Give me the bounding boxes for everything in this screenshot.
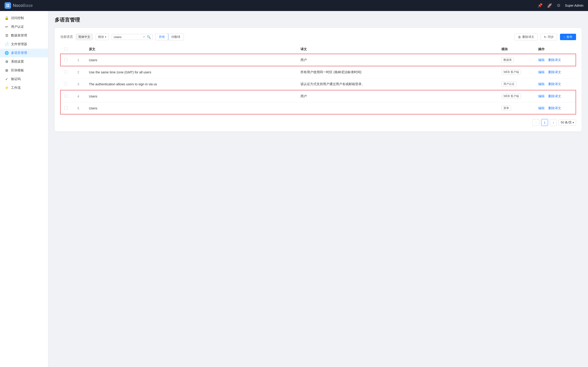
file-icon: 📄 xyxy=(5,42,9,46)
row-translation-cell: 所有用户使用同一时区 (格林尼治标准时间) xyxy=(297,66,498,78)
pin-icon[interactable]: 📌 xyxy=(537,3,543,8)
lock-icon: 🔒 xyxy=(5,16,9,20)
delete-link[interactable]: 删除译文 xyxy=(548,94,561,98)
sidebar-item-label: 多语言管理 xyxy=(11,51,27,55)
filter-buttons: 所有 待翻译 xyxy=(156,33,184,40)
main-content: 多语言管理 当前语言 简体中文 模块 ▾ ✕ 🔍 所有 待翻译 xyxy=(48,11,588,367)
edit-link[interactable]: 编辑 xyxy=(538,106,545,110)
check-icon: ✓ xyxy=(5,77,9,81)
row-original-cell: Users xyxy=(85,54,297,66)
logo: NocoBase xyxy=(5,2,33,9)
grid-icon: ⊞ xyxy=(5,68,9,73)
user-display[interactable]: Super Admin xyxy=(565,4,583,7)
col-num-header xyxy=(71,45,85,54)
rocket-icon[interactable]: 🚀 xyxy=(547,3,552,8)
page-size-label: 50 条/页 xyxy=(561,120,572,125)
module-select[interactable]: 模块 ▾ xyxy=(95,34,109,40)
col-checkbox xyxy=(61,45,71,54)
sidebar-item-workflow[interactable]: ⚡ 工作流 xyxy=(0,83,48,92)
row-action-cell: 编辑 删除译文 xyxy=(535,66,576,78)
settings-icon[interactable]: ⚙ xyxy=(557,3,561,8)
sidebar-item-block-templates[interactable]: ⊞ 区块模板 xyxy=(0,66,48,75)
filter-pending-button[interactable]: 待翻译 xyxy=(168,34,183,40)
search-box: ✕ 🔍 xyxy=(112,34,153,40)
upload-icon: ↑ xyxy=(564,35,565,39)
row-action-cell: 编辑 删除译文 xyxy=(535,102,576,115)
table-row: 1 Users 用户 数据表 编辑 删除译文 xyxy=(61,54,576,66)
layout: 🔒 访问控制 ↩ 用户认证 ☰ 数据表管理 📄 文件管理器 🌐 多语言管理 ⚙ … xyxy=(0,11,588,367)
row-num-cell: 4 xyxy=(71,90,85,102)
edit-link[interactable]: 编辑 xyxy=(538,70,545,74)
sidebar-item-system-settings[interactable]: ⚙ 系统设置 xyxy=(0,57,48,66)
current-page-button[interactable]: 1 xyxy=(541,119,548,126)
sidebar-item-user-auth[interactable]: ↩ 用户认证 xyxy=(0,23,48,31)
prev-page-button[interactable]: ‹ xyxy=(532,119,539,126)
sync-button[interactable]: ↻ 同步 xyxy=(540,33,557,40)
row-module-cell: 数据表 xyxy=(498,54,535,66)
row-num-cell: 3 xyxy=(71,78,85,90)
sidebar-item-locale[interactable]: 🌐 多语言管理 xyxy=(0,49,48,57)
row-action-cell: 编辑 删除译文 xyxy=(535,78,576,90)
row-checkbox[interactable] xyxy=(64,58,68,61)
row-action-cell: 编辑 删除译文 xyxy=(535,90,576,102)
delete-translation-button[interactable]: 🗑 删除译文 xyxy=(515,33,538,40)
delete-link[interactable]: 删除译文 xyxy=(548,70,561,74)
edit-link[interactable]: 编辑 xyxy=(538,58,545,62)
chevron-down-icon: ▾ xyxy=(105,35,106,39)
row-checkbox-cell xyxy=(61,90,71,102)
next-page-button[interactable]: › xyxy=(550,119,557,126)
filter-all-button[interactable]: 所有 xyxy=(156,33,168,40)
row-num-cell: 1 xyxy=(71,54,85,66)
sidebar-item-data-table[interactable]: ☰ 数据表管理 xyxy=(0,31,48,40)
delete-link[interactable]: 删除译文 xyxy=(548,82,561,86)
translations-table: 原文 译文 模块 操作 1 Users xyxy=(60,45,576,115)
sidebar-item-file-manager[interactable]: 📄 文件管理器 xyxy=(0,40,48,49)
row-module-cell: 菜单 xyxy=(498,102,535,115)
table-wrapper: 原文 译文 模块 操作 1 Users xyxy=(60,45,576,115)
delete-link[interactable]: 删除译文 xyxy=(548,106,561,110)
gear-icon: ⚙ xyxy=(5,60,9,64)
select-all-checkbox[interactable] xyxy=(64,48,67,51)
logo-icon xyxy=(5,2,11,9)
row-translation-cell xyxy=(297,102,498,115)
sidebar-item-label: 访问控制 xyxy=(11,16,24,20)
edit-link[interactable]: 编辑 xyxy=(538,82,545,86)
sync-icon: ↻ xyxy=(544,35,546,39)
lang-value: 简体中文 xyxy=(76,34,93,40)
page-title: 多语言管理 xyxy=(55,17,582,23)
module-badge: WEB 客户端 xyxy=(502,94,521,99)
main-card: 当前语言 简体中文 模块 ▾ ✕ 🔍 所有 待翻译 🗑 xyxy=(55,28,582,131)
globe-icon: 🌐 xyxy=(5,51,9,55)
row-checkbox[interactable] xyxy=(64,82,67,85)
row-action-cell: 编辑 删除译文 xyxy=(535,54,576,66)
header-row: 原文 译文 模块 操作 xyxy=(61,45,576,54)
search-input[interactable] xyxy=(114,35,141,39)
sidebar-item-captcha[interactable]: ✓ 验证码 xyxy=(0,75,48,83)
row-checkbox-cell xyxy=(61,102,71,115)
clear-icon[interactable]: ✕ xyxy=(143,35,145,39)
row-checkbox-cell xyxy=(61,66,71,78)
module-badge: 数据表 xyxy=(502,57,514,63)
sidebar-item-label: 工作流 xyxy=(11,86,21,90)
row-translation-cell: 用户 xyxy=(297,90,498,102)
sidebar-item-label: 用户认证 xyxy=(11,25,24,29)
delete-link[interactable]: 删除译文 xyxy=(548,58,561,62)
row-checkbox[interactable] xyxy=(64,94,68,98)
sidebar-item-access-control[interactable]: 🔒 访问控制 xyxy=(0,14,48,23)
search-icon[interactable]: 🔍 xyxy=(147,35,151,39)
page-size-select[interactable]: 50 条/页 ▾ xyxy=(559,119,576,125)
row-checkbox[interactable] xyxy=(64,70,67,73)
current-lang-label: 当前语言 xyxy=(60,35,73,39)
trash-icon: 🗑 xyxy=(518,35,521,39)
edit-link[interactable]: 编辑 xyxy=(538,94,545,98)
table-row: 5 Users 菜单 编辑 删除译文 xyxy=(61,102,576,115)
row-num-cell: 2 xyxy=(71,66,85,78)
topbar-right: 📌 🚀 ⚙ Super Admin xyxy=(537,3,583,8)
row-module-cell: WEB 客户端 xyxy=(498,90,535,102)
table-icon: ☰ xyxy=(5,33,9,38)
module-badge: WEB 客户端 xyxy=(502,69,521,75)
publish-button[interactable]: ↑ 发布 xyxy=(560,34,576,40)
row-checkbox[interactable] xyxy=(64,106,68,109)
row-original-cell: Users xyxy=(85,102,297,115)
sidebar: 🔒 访问控制 ↩ 用户认证 ☰ 数据表管理 📄 文件管理器 🌐 多语言管理 ⚙ … xyxy=(0,11,48,367)
